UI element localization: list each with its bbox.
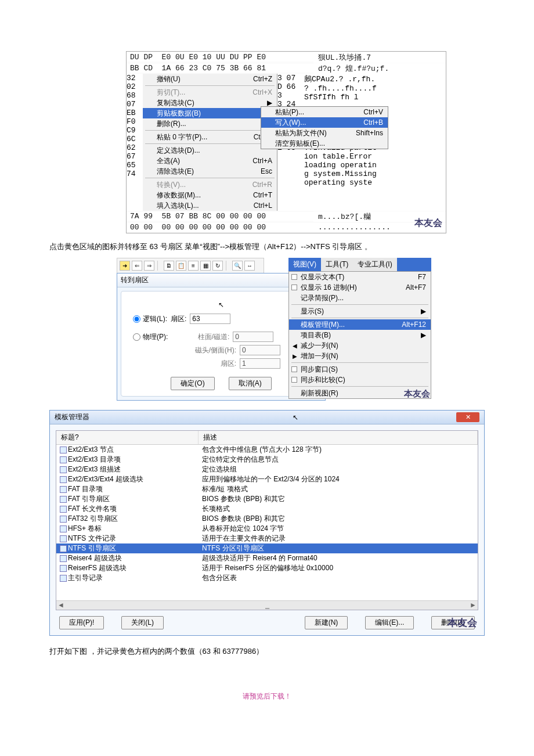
menu-convert[interactable]: 转换(V)...Ctrl+R xyxy=(143,179,277,190)
search-icon[interactable]: 🔍 xyxy=(232,261,243,271)
template-row[interactable]: HFS+ 卷标从卷标开始定位 1024 字节 xyxy=(56,524,478,534)
footer-text: 请预览后下载！ xyxy=(49,692,485,701)
submenu-write[interactable]: 写入(W)...Ctrl+B xyxy=(261,117,388,128)
template-row[interactable]: Ext2/Ext3 节点包含文件中维信息 (节点大小 128 字节) xyxy=(56,445,478,455)
template-row[interactable]: Ext2/Ext3 目录项定位特定文件的信息节点 xyxy=(56,455,478,465)
ok-button[interactable]: 确定(O) xyxy=(171,377,214,390)
fwd-icon[interactable]: ⇒ xyxy=(144,261,154,271)
template-row[interactable]: FAT 长文件名项长项格式 xyxy=(56,504,478,514)
new-button[interactable]: 新建(N) xyxy=(305,616,348,629)
template-row[interactable]: ReiserFS 超级选块适用于 ReiserFS 分区的偏移地址 0x1000… xyxy=(56,563,478,573)
cancel-button[interactable]: 取消(A) xyxy=(229,377,272,390)
vm-hex-only[interactable]: 仅显示 16 进制(H)Alt+F7 xyxy=(289,282,431,293)
goto-sector-block: ➜ ⇐ ⇒ 🗎 📋 ≡ ▦ ↻ 🔍 ↔ 转到扇区 ✕ ↖ 逻辑(L): 扇区: xyxy=(49,258,264,401)
vm-more-column[interactable]: ▶增加一列(N) xyxy=(289,351,431,361)
menu-clear-block[interactable]: 清除选块(E)Esc xyxy=(143,166,277,177)
horizontal-scrollbar[interactable]: ◄⎯► xyxy=(56,600,478,610)
template-row[interactable]: FAT32 引导扇区BIOS 参数块 (BPB) 和其它 xyxy=(56,514,478,524)
sector2-label: 扇区: xyxy=(178,359,236,369)
template-row[interactable]: Ext2/Ext3 组描述定位选块组 xyxy=(56,465,478,474)
vm-sync-window[interactable]: 同步窗口(S) xyxy=(289,364,431,375)
menu-view[interactable]: 视图(V) xyxy=(288,258,321,271)
col-title[interactable]: 标题? xyxy=(56,431,199,444)
edit-button[interactable]: 编辑(E)... xyxy=(365,616,414,629)
separator xyxy=(145,85,275,86)
template-row[interactable]: NTFS 引导扇区NTFS 分区引导扇区 xyxy=(56,543,478,553)
dialog-title: 转到扇区 xyxy=(121,275,149,285)
file-icon[interactable]: 🗎 xyxy=(164,261,174,271)
checkbox-icon xyxy=(291,366,297,372)
separator xyxy=(291,362,428,363)
apply-button[interactable]: 应用(P)! xyxy=(59,616,104,629)
separator xyxy=(145,178,275,178)
context-menu: 撤销(U)Ctrl+Z 剪切(T)...Ctrl+X 复制选块(C)▶ 剪贴板数… xyxy=(143,74,277,211)
toolbar: ➜ ⇐ ⇒ 🗎 📋 ≡ ▦ ↻ 🔍 ↔ xyxy=(117,258,264,273)
copy-icon[interactable]: 📋 xyxy=(176,261,186,271)
calc-icon[interactable]: ▦ xyxy=(200,261,211,271)
physical-radio[interactable]: 物理(P): xyxy=(133,332,168,342)
vm-item-table[interactable]: 项目表(B)▶ xyxy=(289,330,431,340)
back-icon[interactable]: ⇐ xyxy=(132,261,142,271)
tmgr-title: 模板管理器 xyxy=(55,412,89,422)
chevron-icon[interactable]: ↔ xyxy=(244,261,255,271)
menu-delete[interactable]: 删除(R)...Del xyxy=(143,118,277,129)
menu-cut[interactable]: 剪切(T)...Ctrl+X xyxy=(143,87,277,98)
vm-less-column[interactable]: ◀减少一列(N) xyxy=(289,340,431,351)
scroll-left-icon[interactable]: ◄ xyxy=(56,601,66,610)
vm-record-brief[interactable]: 记录简报(P)... xyxy=(289,293,431,303)
cursor-icon: ↖ xyxy=(293,413,298,422)
menu-pro-tools[interactable]: 专业工具(I) xyxy=(353,258,396,271)
hex-row: DU DP E0 0U E0 10 UU DU PP E0 狈UL.玖埗捅.7 xyxy=(127,52,446,63)
close-button[interactable]: ✕ xyxy=(456,412,479,422)
goto-sector-icon[interactable]: ➜ xyxy=(120,261,130,271)
checkbox-icon xyxy=(291,274,297,280)
menu-define-block[interactable]: 定义选块(D)... xyxy=(143,145,277,156)
watermark: 本友会 xyxy=(414,217,442,229)
vm-template-manager[interactable]: 模板管理(M)...Alt+F12 xyxy=(289,319,431,330)
context-menu-area: 32 02 68 07 EB F0 C9 6C 62 67 65 74 撤销(U… xyxy=(127,74,446,211)
menu-copy-block[interactable]: 复制选块(C)▶ xyxy=(143,98,277,108)
template-row[interactable]: FAT 目录项标准/短 项格式 xyxy=(56,484,478,494)
menu-tools[interactable]: 工具(T) xyxy=(321,258,353,271)
menu-undo[interactable]: 撤销(U)Ctrl+Z xyxy=(143,74,277,84)
submenu-paste[interactable]: 粘贴(P)...Ctrl+V xyxy=(261,107,388,117)
menu-select-all[interactable]: 全选(A)Ctrl+A xyxy=(143,156,277,166)
vm-sync-compare[interactable]: 同步和比较(C) xyxy=(289,375,431,385)
col-desc[interactable]: 描述 xyxy=(199,431,478,444)
vm-text-only[interactable]: 仅显示文本(T)F7 xyxy=(289,272,431,282)
tmgr-button-row: 应用(P)! 关闭(L) 新建(N) 编辑(E)... 删除(D) xyxy=(56,616,478,629)
template-row[interactable]: NTFS 文件记录适用于在主要文件表的记录 xyxy=(56,534,478,543)
hex-row: BB CD 1A 66 23 C0 75 3B 66 81 d?q.? 煌.f#… xyxy=(127,63,446,74)
separator xyxy=(145,130,275,131)
hex-icon[interactable]: ≡ xyxy=(188,261,199,271)
view-menu-block: 视图(V) 工具(T) 专业工具(I) 仅显示文本(T)F7 仅显示 16 进制… xyxy=(288,258,431,401)
delete-button[interactable]: 删除(D) xyxy=(431,616,475,629)
menu-clipboard-data[interactable]: 剪贴板数据(B)▶ xyxy=(143,108,277,118)
checkbox-icon xyxy=(291,285,297,290)
sector2-input xyxy=(240,358,280,369)
sector-label: 扇区: xyxy=(171,314,186,324)
hex-left-peek: 32 02 68 07 EB F0 C9 6C 62 67 65 74 xyxy=(127,74,143,211)
hex-editor-screenshot: DU DP E0 0U E0 10 UU DU PP E0 狈UL.玖埗捅.7 … xyxy=(126,51,446,233)
menu-fill-block[interactable]: 填入选块(L)...Ctrl+L xyxy=(143,200,277,211)
head-input xyxy=(240,345,280,355)
separator xyxy=(291,304,428,305)
logical-radio[interactable]: 逻辑(L): xyxy=(133,314,167,324)
template-row[interactable]: Ext2/Ext3/Ext4 超级选块应用到偏移地址的一个 Ext2/3/4 分… xyxy=(56,474,478,484)
separator xyxy=(291,386,428,387)
menu-modify-data[interactable]: 修改数据(M)...Ctrl+T xyxy=(143,190,277,200)
template-row[interactable]: 主引导记录包含分区表 xyxy=(56,573,478,583)
sector-input[interactable] xyxy=(190,314,230,324)
refresh-icon[interactable]: ↻ xyxy=(212,261,223,271)
close-button[interactable]: 关闭(L) xyxy=(121,616,164,629)
menu-paste-zero[interactable]: 粘贴 0 字节(P)...Ctrl+0 xyxy=(143,132,277,142)
hex-row: 7A 99 5B 07 BB 8C 00 00 00 00 m....bz?[.… xyxy=(127,211,446,222)
triangle-right-icon: ▶ xyxy=(293,353,297,359)
submenu-clear-clipboard[interactable]: 清空剪贴板(E)... xyxy=(261,138,388,149)
vm-display[interactable]: 显示(S)▶ xyxy=(289,306,431,316)
template-row[interactable]: FAT 引导扇区BIOS 参数块 (BPB) 和其它 xyxy=(56,494,478,504)
menubar: 视图(V) 工具(T) 专业工具(I) xyxy=(288,258,431,271)
submenu-paste-new-file[interactable]: 粘贴为新文件(N)Shift+Ins xyxy=(261,128,388,138)
scroll-right-icon[interactable]: ► xyxy=(468,601,478,610)
template-row[interactable]: Reiser4 超级选块超级选块适用于 Reiser4 的 Format40 xyxy=(56,553,478,563)
